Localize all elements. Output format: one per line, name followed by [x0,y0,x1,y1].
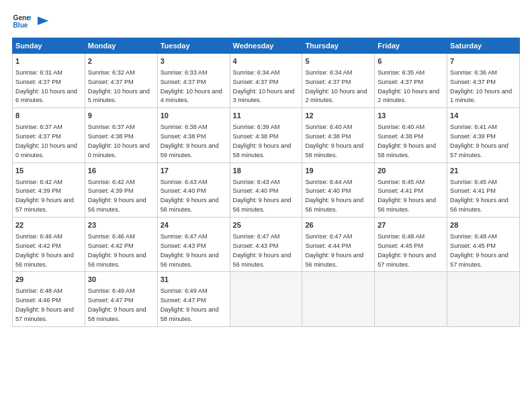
week-row-1: 1Sunrise: 6:31 AMSunset: 4:37 PMDaylight… [13,54,520,108]
day-cell: 25Sunrise: 6:47 AMSunset: 4:43 PMDayligh… [230,218,302,272]
day-cell: 4Sunrise: 6:34 AMSunset: 4:37 PMDaylight… [230,54,302,108]
day-info: Sunrise: 6:37 AMSunset: 4:38 PMDaylight:… [88,124,150,158]
day-number: 2 [88,56,154,66]
day-info: Sunrise: 6:37 AMSunset: 4:37 PMDaylight:… [15,124,77,158]
day-number: 31 [161,275,227,285]
day-cell [447,272,520,326]
day-cell: 3Sunrise: 6:33 AMSunset: 4:37 PMDaylight… [157,54,230,108]
day-cell: 9Sunrise: 6:37 AMSunset: 4:38 PMDaylight… [85,108,157,163]
day-number: 20 [378,166,444,176]
day-info: Sunrise: 6:49 AMSunset: 4:47 PMDaylight:… [88,287,146,322]
day-info: Sunrise: 6:49 AMSunset: 4:47 PMDaylight:… [161,287,219,322]
calendar-header: SundayMondayTuesdayWednesdayThursdayFrid… [13,38,520,54]
day-number: 26 [305,220,371,230]
day-info: Sunrise: 6:43 AMSunset: 4:40 PMDaylight:… [161,179,219,214]
day-info: Sunrise: 6:40 AMSunset: 4:38 PMDaylight:… [378,124,436,158]
day-number: 30 [88,275,154,285]
day-cell [302,272,375,326]
day-number: 29 [15,275,82,285]
day-cell: 8Sunrise: 6:37 AMSunset: 4:37 PMDaylight… [13,108,85,163]
day-cell: 14Sunrise: 6:41 AMSunset: 4:39 PMDayligh… [447,108,520,163]
day-cell: 22Sunrise: 6:46 AMSunset: 4:42 PMDayligh… [13,218,85,272]
day-info: Sunrise: 6:46 AMSunset: 4:42 PMDaylight:… [88,233,146,268]
day-cell: 28Sunrise: 6:48 AMSunset: 4:45 PMDayligh… [447,218,520,272]
day-info: Sunrise: 6:39 AMSunset: 4:38 PMDaylight:… [233,124,292,158]
day-info: Sunrise: 6:47 AMSunset: 4:43 PMDaylight:… [161,233,219,268]
day-cell: 31Sunrise: 6:49 AMSunset: 4:47 PMDayligh… [157,272,230,326]
day-cell [375,272,447,326]
col-header-monday: Monday [85,38,157,54]
day-info: Sunrise: 6:42 AMSunset: 4:39 PMDaylight:… [88,179,146,214]
col-header-thursday: Thursday [302,38,375,54]
day-info: Sunrise: 6:35 AMSunset: 4:37 PMDaylight:… [378,69,439,104]
day-info: Sunrise: 6:36 AMSunset: 4:37 PMDaylight:… [450,69,512,104]
day-cell: 21Sunrise: 6:45 AMSunset: 4:41 PMDayligh… [447,163,520,217]
day-number: 15 [15,166,82,176]
day-cell: 1Sunrise: 6:31 AMSunset: 4:37 PMDaylight… [13,54,85,108]
day-number: 25 [233,220,300,230]
day-number: 7 [450,56,517,66]
day-cell: 15Sunrise: 6:42 AMSunset: 4:39 PMDayligh… [13,163,85,217]
day-info: Sunrise: 6:45 AMSunset: 4:41 PMDaylight:… [450,179,508,214]
day-info: Sunrise: 6:32 AMSunset: 4:37 PMDaylight:… [88,69,150,104]
week-row-2: 8Sunrise: 6:37 AMSunset: 4:37 PMDaylight… [13,108,520,163]
day-number: 6 [378,56,444,66]
day-cell: 7Sunrise: 6:36 AMSunset: 4:37 PMDaylight… [447,54,520,108]
day-cell: 26Sunrise: 6:47 AMSunset: 4:44 PMDayligh… [302,218,375,272]
day-cell: 11Sunrise: 6:39 AMSunset: 4:38 PMDayligh… [230,108,302,163]
day-info: Sunrise: 6:34 AMSunset: 4:37 PMDaylight:… [233,69,295,104]
col-header-saturday: Saturday [447,38,520,54]
day-cell: 17Sunrise: 6:43 AMSunset: 4:40 PMDayligh… [157,163,230,217]
day-number: 3 [161,56,227,66]
day-cell: 5Sunrise: 6:34 AMSunset: 4:37 PMDaylight… [302,54,375,108]
day-info: Sunrise: 6:41 AMSunset: 4:39 PMDaylight:… [450,124,508,158]
col-header-friday: Friday [375,38,447,54]
day-cell: 16Sunrise: 6:42 AMSunset: 4:39 PMDayligh… [85,163,157,217]
day-info: Sunrise: 6:40 AMSunset: 4:38 PMDaylight:… [305,124,363,158]
day-number: 27 [378,220,444,230]
day-cell: 23Sunrise: 6:46 AMSunset: 4:42 PMDayligh… [85,218,157,272]
week-row-4: 22Sunrise: 6:46 AMSunset: 4:42 PMDayligh… [13,218,520,272]
day-info: Sunrise: 6:43 AMSunset: 4:40 PMDaylight:… [233,179,292,214]
week-row-5: 29Sunrise: 6:48 AMSunset: 4:46 PMDayligh… [13,272,520,326]
day-number: 8 [15,111,82,121]
day-info: Sunrise: 6:48 AMSunset: 4:45 PMDaylight:… [378,233,436,268]
day-cell: 2Sunrise: 6:32 AMSunset: 4:37 PMDaylight… [85,54,157,108]
day-number: 13 [378,111,444,121]
day-number: 12 [305,111,371,121]
day-number: 11 [233,111,300,121]
day-number: 14 [450,111,517,121]
day-info: Sunrise: 6:47 AMSunset: 4:44 PMDaylight:… [305,233,363,268]
day-cell: 13Sunrise: 6:40 AMSunset: 4:38 PMDayligh… [375,108,447,163]
day-cell: 10Sunrise: 6:38 AMSunset: 4:38 PMDayligh… [157,108,230,163]
day-number: 28 [450,220,517,230]
svg-marker-4 [38,17,48,26]
logo: General Blue [12,12,50,31]
page: General Blue SundayMondayTuesdayWednesda… [0,0,532,411]
logo-icon: General Blue [12,12,31,31]
day-info: Sunrise: 6:48 AMSunset: 4:46 PMDaylight:… [15,287,74,322]
calendar-body: 1Sunrise: 6:31 AMSunset: 4:37 PMDaylight… [13,54,520,327]
day-number: 5 [305,56,371,66]
day-info: Sunrise: 6:38 AMSunset: 4:38 PMDaylight:… [161,124,219,158]
day-number: 19 [305,166,371,176]
day-info: Sunrise: 6:33 AMSunset: 4:37 PMDaylight:… [161,69,222,104]
day-number: 1 [15,56,82,66]
day-number: 10 [161,111,227,121]
day-number: 24 [161,220,227,230]
day-number: 23 [88,220,154,230]
day-cell: 29Sunrise: 6:48 AMSunset: 4:46 PMDayligh… [13,272,85,326]
days-of-week-row: SundayMondayTuesdayWednesdayThursdayFrid… [13,38,520,54]
day-number: 22 [15,220,82,230]
day-number: 17 [161,166,227,176]
day-cell: 30Sunrise: 6:49 AMSunset: 4:47 PMDayligh… [85,272,157,326]
day-info: Sunrise: 6:44 AMSunset: 4:40 PMDaylight:… [305,179,363,214]
day-cell: 6Sunrise: 6:35 AMSunset: 4:37 PMDaylight… [375,54,447,108]
day-cell: 18Sunrise: 6:43 AMSunset: 4:40 PMDayligh… [230,163,302,217]
day-info: Sunrise: 6:48 AMSunset: 4:45 PMDaylight:… [450,233,508,268]
day-info: Sunrise: 6:46 AMSunset: 4:42 PMDaylight:… [15,233,74,268]
day-number: 9 [88,111,154,121]
day-cell: 24Sunrise: 6:47 AMSunset: 4:43 PMDayligh… [157,218,230,272]
svg-text:Blue: Blue [13,21,28,29]
week-row-3: 15Sunrise: 6:42 AMSunset: 4:39 PMDayligh… [13,163,520,217]
